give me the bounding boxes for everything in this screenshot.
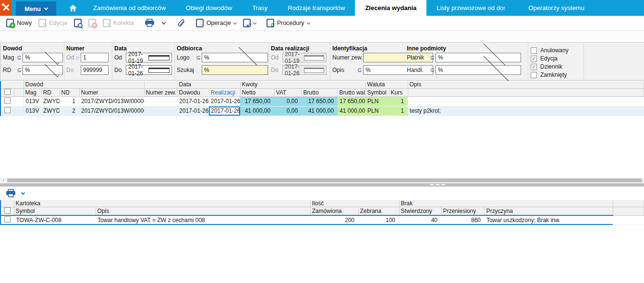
filter-divider (330, 43, 330, 81)
checkbox[interactable]: ✓ (531, 56, 537, 62)
group-kartoteka[interactable]: Kartoteka (14, 200, 310, 207)
row-checkbox[interactable] (4, 107, 11, 113)
numer-od-input[interactable] (81, 53, 109, 62)
platnik-select[interactable]: % (436, 53, 521, 62)
print-button[interactable] (141, 17, 158, 29)
tab-obiegi-dowodow[interactable]: Obiegi dowodów (176, 0, 242, 16)
printer-icon (145, 19, 155, 27)
menu-button[interactable]: Menu (16, 1, 56, 16)
detail-print-button[interactable] (6, 189, 16, 198)
delete-button[interactable]: × (85, 17, 99, 29)
procedures-button[interactable]: ⚙ Procedury (263, 17, 313, 29)
group-data[interactable]: Data (177, 81, 240, 88)
group-brak[interactable]: Brak (399, 200, 613, 207)
col-realizacji[interactable]: Realizacji (209, 88, 240, 96)
attachments-button[interactable] (173, 17, 189, 29)
col-kurs[interactable]: Kurs (389, 88, 408, 96)
col-netto[interactable]: Netto (240, 88, 274, 96)
col-nd[interactable]: ND (60, 88, 79, 96)
calendar-icon[interactable] (304, 55, 324, 60)
zamkniety-checkbox[interactable]: Zamknięty (531, 71, 567, 78)
tab-zamowienia-od-odbiorcow[interactable]: Zamówienia od odbiorców (83, 0, 176, 16)
anulowany-checkbox[interactable]: Anulowany (531, 47, 569, 54)
order-row-1[interactable]: 013V ZWYD 1 2017/ZWYD/013W/00000 2017-01… (0, 96, 644, 106)
col-opis[interactable]: Opis (96, 207, 310, 216)
col-przyczyna[interactable]: Przyczyna (485, 207, 613, 216)
checkbox[interactable] (531, 47, 537, 54)
scroll-left-arrow[interactable]: ‹ (0, 178, 7, 183)
handl-select[interactable]: % (436, 65, 521, 75)
col-symbol[interactable]: Symbol (14, 207, 96, 216)
col-symbol[interactable]: Symbol (365, 88, 389, 96)
tab-rodzaje-transportow[interactable]: Rodzaje transportów (278, 0, 355, 16)
group-kwoty[interactable]: Kwoty (240, 81, 365, 88)
data-do-input[interactable]: 2017-01-26 (126, 65, 172, 75)
col-numer-zew[interactable]: Numer zew. (144, 88, 177, 96)
tab-home[interactable] (63, 0, 83, 16)
col-stwierdzony[interactable]: Stwierdzony (399, 207, 441, 216)
col-przeniesiony[interactable]: Przeniesiony (441, 207, 485, 216)
tab-listy-przewozowe-od-dostaw[interactable]: Listy przewozowe od dostaw (426, 0, 505, 16)
subset-operator: ⊆ (429, 54, 436, 61)
szukaj-input[interactable] (202, 65, 268, 75)
tab-operatorzy-systemu[interactable]: Operatorzy systemu (518, 0, 594, 16)
select-all-checkbox[interactable] (4, 89, 11, 95)
col-brutto-wal[interactable]: Brutto wal. (338, 88, 365, 96)
tab-zlecenia-wydania[interactable]: Zlecenia wydania (355, 0, 426, 16)
chevron-down-icon (44, 62, 59, 77)
splitter-grip (430, 184, 445, 185)
app-logo-icon[interactable] (0, 0, 12, 16)
row-checkbox[interactable] (4, 216, 11, 223)
col-vat[interactable]: VAT (274, 88, 302, 96)
calendar-icon[interactable] (304, 68, 324, 73)
group-opis[interactable]: Opis (408, 81, 644, 88)
scrollbar-thumb[interactable] (7, 178, 642, 182)
order-row-2-selected[interactable]: 013V ZWYD 2 2017/ZWYD/013W/00000 2017-01… (0, 106, 644, 116)
group-dowod[interactable]: Dowód (24, 81, 144, 88)
filter-group-dowod: Dowód Mag ⊆ % RD ⊆ % (2, 43, 63, 81)
focused-cell[interactable]: 2017-01-26 (209, 106, 240, 116)
edycja-checkbox[interactable]: ✓ Edycja (531, 55, 558, 62)
data-od-input[interactable]: 2017-01-19 (126, 53, 172, 62)
new-button[interactable]: + Nowy (3, 17, 35, 29)
detail-row-selected[interactable]: TOWA-ZW-C-008 Towar handlowy VAT = ZW z … (0, 215, 644, 224)
trace-button[interactable] (240, 17, 259, 29)
data-realizacji-od-input[interactable]: 2017-01-19 (282, 53, 327, 62)
tab-trasy[interactable]: Trasy (242, 0, 278, 16)
operations-button[interactable]: ⚡ Operacje (193, 17, 240, 29)
row-checkbox[interactable] (4, 97, 11, 104)
calendar-icon[interactable] (148, 68, 170, 73)
checkbox[interactable]: ✓ (531, 64, 537, 70)
col-mag[interactable]: Mag (24, 88, 41, 96)
calendar-icon[interactable] (148, 55, 170, 60)
filter-group-odbiorca: Odbiorca Logo ⊆ % Szukaj (176, 43, 267, 81)
detail-grid: Kartoteka Ilość Brak Symbol Opis Zamówio… (0, 200, 644, 225)
correction-button[interactable]: ✎ Korekta (99, 17, 137, 29)
mag-select[interactable]: % (23, 53, 63, 62)
print-options-button[interactable] (158, 17, 170, 29)
filter-group-data: Data Od 2017-01-19 Do 2017-01-26 (114, 43, 173, 81)
select-all-checkbox[interactable] (4, 207, 11, 213)
panel-splitter[interactable] (0, 183, 644, 187)
col-zamowiona[interactable]: Zamówiona (310, 207, 358, 216)
col-rd[interactable]: RD (41, 88, 60, 96)
col-numer[interactable]: Numer (79, 88, 144, 96)
data-realizacji-do-input[interactable]: 2017-01-26 (282, 65, 327, 75)
rd-select[interactable]: % (23, 65, 63, 75)
detail-column-header-row: Symbol Opis Zamówiona Zebrana Stwierdzon… (0, 207, 644, 216)
find-document-button[interactable] (71, 17, 85, 29)
filter-panel: Dowód Mag ⊆ % RD ⊆ % Numer Od ≥ Do (0, 42, 644, 81)
edit-button[interactable]: ✎ Edycja (35, 17, 71, 29)
col-brutto[interactable]: Brutto (302, 88, 338, 96)
chevron-down-icon[interactable] (21, 191, 25, 195)
col-dowodu[interactable]: Dowodu (177, 88, 209, 96)
col-zebrana[interactable]: Zebrana (358, 207, 399, 216)
dziennik-checkbox[interactable]: ✓ Dziennik (531, 63, 562, 70)
logo-select[interactable]: % (202, 53, 268, 62)
group-ilosc[interactable]: Ilość (310, 200, 399, 207)
checkbox[interactable] (531, 72, 537, 78)
subset-operator: ⊆ (16, 54, 23, 61)
group-waluta[interactable]: Waluta (365, 81, 408, 88)
numer-do-input[interactable] (81, 65, 109, 75)
chevron-down-icon (253, 21, 256, 24)
